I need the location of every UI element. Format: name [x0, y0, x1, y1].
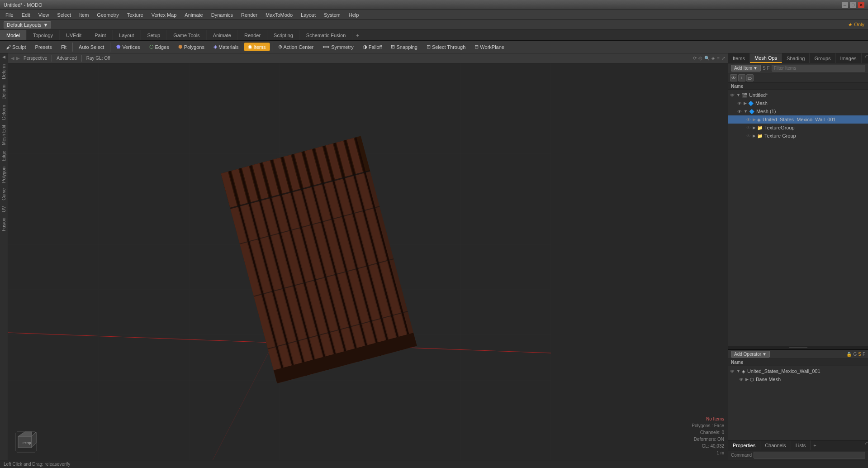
auto-select-button[interactable]: Auto Select [75, 43, 108, 51]
viewport-icon-4[interactable]: ◈ [711, 56, 715, 61]
menu-maxtomodo[interactable]: MaxToModo [262, 11, 296, 19]
menu-dynamics[interactable]: Dynamics [208, 11, 237, 19]
op-tree-item-base-mesh[interactable]: 👁 ▶ ⬡ Base Mesh [728, 375, 868, 383]
sidebar-tab-fusion[interactable]: Fusion [0, 215, 7, 234]
tab-render[interactable]: Render [238, 30, 267, 40]
select-through-button[interactable]: ⊡ Select Through [422, 43, 470, 51]
sidebar-tab-edge[interactable]: Edge [0, 148, 7, 164]
tree-item-texture-group-2[interactable]: 👁 ▶ 📁 Texture Group [728, 132, 868, 140]
sidebar-tab-deform3[interactable]: Deform [0, 102, 7, 123]
tab-setup[interactable]: Setup [141, 30, 167, 40]
op-icon-2[interactable]: G [853, 352, 857, 357]
presets-button[interactable]: Presets [31, 43, 56, 51]
menu-view[interactable]: View [35, 11, 53, 19]
sidebar-tab-mesh-edit[interactable]: Mesh Edit [0, 122, 7, 148]
menu-select[interactable]: Select [53, 11, 75, 19]
menu-layout[interactable]: Layout [297, 11, 319, 19]
menu-texture[interactable]: Texture [123, 11, 147, 19]
fit-button[interactable]: Fit [57, 43, 71, 51]
tree-item-untitled[interactable]: 👁 ▼ 🎬 Untitled* [728, 91, 868, 99]
eye-icon-mesh-child[interactable]: 👁 [737, 109, 742, 114]
vertices-button[interactable]: ⬟ Vertices [112, 43, 144, 51]
menu-render[interactable]: Render [237, 11, 261, 19]
tree-item-mesh-parent[interactable]: 👁 ▶ 🔷 Mesh [728, 99, 868, 107]
rb-tab-properties[interactable]: Properties [728, 440, 760, 450]
viewport-nav-prev[interactable]: ◀ [11, 56, 14, 61]
sidebar-tab-curve[interactable]: Curve [0, 186, 7, 203]
menu-help[interactable]: Help [345, 11, 363, 19]
tab-model[interactable]: Model [0, 30, 27, 40]
close-button[interactable]: ✕ [858, 2, 864, 8]
items-panel-icon-1[interactable]: S [763, 66, 766, 71]
right-tab-shading[interactable]: Shading [782, 53, 810, 63]
panel-divider[interactable] [728, 346, 868, 349]
viewport[interactable]: ◀ ▶ Perspective Advanced Ray GL: Off ⟳ ◎… [8, 53, 728, 460]
menu-geometry[interactable]: Geometry [93, 11, 122, 19]
viewport-advanced[interactable]: Advanced [55, 55, 78, 61]
menu-edit[interactable]: Edit [18, 11, 34, 19]
eye-icon-texture-group[interactable]: 👁 [746, 125, 751, 130]
tab-scripting[interactable]: Scripting [267, 30, 300, 40]
viewport-icon-2[interactable]: ◎ [698, 56, 702, 61]
viewport-canvas[interactable]: No Items Polygons : Face Channels: 0 Def… [8, 63, 728, 460]
tree-item-us-mexico-wall[interactable]: 👁 ▶ ◈ United_States_Mexico_Wall_001 [728, 115, 868, 124]
minimize-button[interactable]: ─ [842, 2, 848, 8]
falloff-button[interactable]: ◑ Falloff [359, 43, 386, 51]
viewport-nav-next[interactable]: ▶ [16, 56, 20, 61]
viewport-icon-1[interactable]: ⟳ [693, 56, 697, 61]
rb-expand[interactable]: ⤢ [864, 440, 868, 450]
nav-cube[interactable]: Persp [14, 430, 38, 454]
tab-paint[interactable]: Paint [88, 30, 113, 40]
polygons-button[interactable]: ⬢ Polygons [174, 43, 209, 51]
right-tab-images[interactable]: Images [836, 53, 862, 63]
tab-game-tools[interactable]: Game Tools [167, 30, 207, 40]
tab-topology[interactable]: Topology [27, 30, 60, 40]
snapping-button[interactable]: ⊞ Snapping [387, 43, 422, 51]
items-button[interactable]: ◉ Items [244, 43, 270, 51]
sidebar-tab-1[interactable]: ▶ [1, 53, 7, 62]
filter-input[interactable] [772, 65, 865, 72]
menu-animate[interactable]: Animate [181, 11, 206, 19]
right-tab-mesh-ops[interactable]: Mesh Ops [750, 53, 782, 63]
viewport-icon-5[interactable]: ≡ [717, 56, 720, 61]
action-center-button[interactable]: ⊕ Action Center [274, 43, 318, 51]
tree-item-mesh-child[interactable]: 👁 ▼ 🔷 Mesh (1) [728, 107, 868, 115]
tab-animate[interactable]: Animate [207, 30, 238, 40]
op-tree-item-us-mexico-wall[interactable]: 👁 ▼ ◈ United_States_Mexico_Wall_001 [728, 367, 868, 375]
items-toolbar-add[interactable]: + [738, 74, 745, 81]
sidebar-tab-polygon[interactable]: Polygon [0, 164, 7, 186]
command-input[interactable] [754, 452, 865, 458]
viewport-expand[interactable]: ⤢ [721, 56, 725, 61]
viewport-icon-3[interactable]: 🔍 [704, 56, 710, 61]
right-tab-items[interactable]: Items [728, 53, 750, 63]
workplane-button[interactable]: ⊟ WorkPlane [470, 43, 508, 51]
right-tab-groups[interactable]: Groups [810, 53, 835, 63]
viewport-mode[interactable]: Perspective [22, 55, 49, 61]
symmetry-button[interactable]: ⟺ Symmetry [318, 43, 358, 51]
edges-button[interactable]: ⬡ Edges [145, 43, 173, 51]
eye-icon-untitled[interactable]: 👁 [730, 93, 735, 98]
tree-item-texture-group[interactable]: 👁 ▶ 📁 TextureGroup [728, 124, 868, 132]
eye-icon-texture-group-2[interactable]: 👁 [746, 134, 751, 138]
items-panel-icon-2[interactable]: F [767, 66, 770, 71]
sidebar-tab-deform[interactable]: Deform [0, 62, 7, 82]
items-toolbar-folder[interactable]: 🗁 [746, 74, 754, 81]
items-toolbar-eye[interactable]: 👁 [730, 74, 737, 81]
tab-uvedit[interactable]: UVEdit [60, 30, 88, 40]
sculpt-button[interactable]: 🖌 Sculpt [2, 43, 30, 51]
tab-layout[interactable]: Layout [113, 30, 141, 40]
viewport-raygl[interactable]: Ray GL: Off [85, 55, 112, 61]
add-item-button[interactable]: Add Item ▼ [731, 65, 761, 72]
maximize-button[interactable]: □ [850, 2, 856, 8]
tab-schematic-fusion[interactable]: Schematic Fusion [300, 30, 352, 40]
rb-tab-add[interactable]: + [811, 440, 819, 450]
tab-add-button[interactable]: + [352, 30, 362, 40]
sidebar-tab-deform2[interactable]: Deform [0, 82, 7, 102]
op-eye-icon-us-mexico-wall[interactable]: 👁 [730, 369, 735, 374]
eye-icon-mesh-parent[interactable]: 👁 [737, 101, 742, 106]
layout-dropdown[interactable]: Default Layouts ▼ [4, 21, 51, 29]
eye-icon-us-mexico-wall[interactable]: 👁 [746, 117, 751, 122]
right-panel-expand[interactable]: ⤢ [864, 53, 868, 63]
add-operator-button[interactable]: Add Operator ▼ [731, 351, 770, 358]
sidebar-tab-uv[interactable]: UV [0, 203, 7, 215]
